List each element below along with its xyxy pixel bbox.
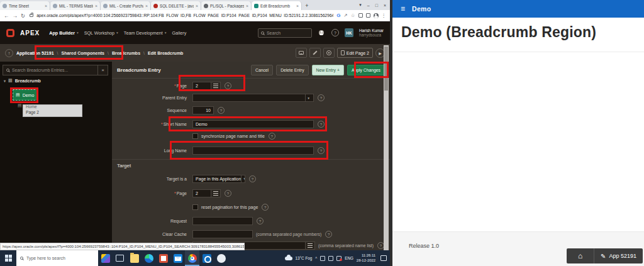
help-icon[interactable]: ?	[318, 94, 325, 101]
action-center-icon[interactable]	[380, 255, 387, 261]
clear-cache-input[interactable]	[192, 230, 253, 238]
theme-roller-icon[interactable]	[309, 48, 321, 58]
close-icon[interactable]: ×	[45, 4, 47, 8]
tree-node-demo-selected[interactable]: ▤ Demo	[13, 89, 38, 101]
chrome-button[interactable]	[185, 250, 199, 266]
app-button[interactable]	[214, 250, 228, 266]
menu-sql-workshop[interactable]: SQL Workshop▾	[84, 30, 118, 36]
tree-expand-icon[interactable]: ▾	[4, 79, 6, 83]
target-page-input[interactable]: 2	[192, 189, 211, 197]
side-panel-icon[interactable]	[366, 13, 370, 18]
start-button[interactable]	[0, 250, 16, 266]
tree-node-home[interactable]: ▤	[18, 103, 22, 108]
ink-workspace-button[interactable]	[98, 250, 113, 266]
menu-team-development[interactable]: Team Development▾	[124, 30, 167, 36]
close-window-button[interactable]: ×	[384, 3, 386, 8]
mail-button[interactable]	[170, 250, 185, 266]
clear-search-button[interactable]: ×	[97, 65, 108, 75]
tab-create-purchase[interactable]: MIL - Create Purchas...×	[101, 1, 151, 10]
breadcrumb-breadcrumbs[interactable]: Breadcrumbs	[112, 51, 140, 55]
feedback-icon[interactable]	[296, 48, 307, 58]
tab-sql-delete[interactable]: SQL DELETE - javatpo...×	[151, 1, 201, 10]
avatar[interactable]: HK	[345, 28, 353, 37]
home-button[interactable]: ⌂	[567, 248, 594, 263]
tab-time-sheet[interactable]: Time Sheet×	[0, 1, 50, 10]
google-icon[interactable]: G	[336, 13, 340, 18]
clock[interactable]: 11:26:1128-12-2022	[357, 253, 375, 262]
file-explorer-button[interactable]	[127, 250, 142, 266]
help-icon[interactable]: ?	[249, 175, 256, 182]
page-lov-icon[interactable]	[211, 82, 221, 90]
scrollbar-thumb[interactable]	[384, 47, 388, 91]
target-is-a-select[interactable]: Page in this Application▾	[192, 175, 245, 183]
new-entry-button[interactable]: New Entry+	[312, 65, 344, 75]
help-icon[interactable]: ?	[325, 231, 332, 238]
close-icon[interactable]: ×	[246, 4, 248, 8]
minimize-button[interactable]: –	[367, 3, 370, 8]
help-icon[interactable]: ?	[269, 133, 275, 140]
profile-icon[interactable]	[374, 13, 379, 18]
delete-entry-button[interactable]: Delete Entry	[276, 65, 308, 75]
store-button[interactable]	[156, 250, 170, 266]
edit-app-button[interactable]: ✎App 52191	[594, 248, 643, 263]
outlook-button[interactable]	[199, 250, 214, 266]
help-icon[interactable]: ?	[225, 190, 231, 197]
close-icon[interactable]: ×	[145, 4, 148, 8]
language-indicator[interactable]: ENG	[345, 256, 353, 260]
target-page-lov-icon[interactable]	[211, 189, 221, 197]
reset-pagination-checkbox[interactable]	[192, 204, 198, 210]
menu-app-builder[interactable]: App Builder▾	[49, 30, 79, 36]
task-view-button[interactable]	[113, 250, 127, 266]
tree-node-breadcrumb[interactable]: ▾ ▤ Breadcrumb	[4, 78, 41, 83]
parent-entry-select[interactable]: ▾	[192, 94, 314, 102]
cancel-button[interactable]: Cancel	[251, 65, 273, 75]
close-icon[interactable]: ×	[95, 4, 97, 8]
url-text[interactable]: apex.oracle.com/pls/apex/f?p=4000:104:25…	[36, 13, 333, 18]
taskbar-search-input[interactable]: Type here to search	[16, 250, 98, 266]
weather-text[interactable]: 13°C Fog	[296, 256, 313, 260]
close-icon[interactable]: ×	[296, 4, 299, 8]
vertical-scrollbar[interactable]	[384, 45, 389, 250]
tab-search-icon[interactable]: ▾	[359, 3, 362, 8]
page-input[interactable]: 2	[192, 82, 211, 90]
tab-terms-master[interactable]: MIL - TERMS Master×	[50, 1, 101, 10]
extensions-icon[interactable]	[358, 13, 363, 18]
maximize-button[interactable]: □	[375, 3, 378, 8]
help-icon[interactable]: ?	[318, 121, 325, 128]
hamburger-menu-icon[interactable]: ≡	[401, 5, 405, 13]
apply-changes-button[interactable]: Apply Changes	[347, 65, 385, 75]
new-tab-button[interactable]: +	[302, 3, 312, 10]
network-icon[interactable]	[328, 256, 333, 261]
close-icon[interactable]: ×	[196, 4, 198, 8]
tab-plsql-packages[interactable]: PL/SQL - Packages×	[201, 1, 252, 10]
shortcuts-icon[interactable]	[323, 48, 335, 58]
sequence-input[interactable]: 10	[192, 106, 214, 114]
menu-gallery[interactable]: Gallery	[172, 30, 187, 36]
tray-expand-icon[interactable]: ^	[315, 256, 317, 260]
help-icon[interactable]: ?	[331, 29, 339, 36]
admin-icon[interactable]	[318, 29, 326, 37]
help-icon[interactable]: ?	[318, 147, 325, 154]
request-input[interactable]	[192, 217, 253, 225]
reload-icon[interactable]: ↻	[21, 13, 25, 19]
short-name-input[interactable]: Demo	[192, 120, 314, 128]
edge-button[interactable]	[142, 250, 156, 266]
forward-icon[interactable]: →	[13, 13, 18, 19]
breadcrumb-shared-components[interactable]: Shared Components	[61, 51, 104, 55]
up-icon[interactable]: ↑	[5, 49, 13, 57]
help-icon[interactable]: ?	[262, 204, 269, 211]
help-icon[interactable]: ?	[225, 82, 231, 89]
bookmark-star-icon[interactable]: ☆	[351, 13, 355, 18]
header-search-input[interactable]: Search	[258, 28, 312, 38]
onedrive-icon[interactable]	[320, 256, 325, 261]
menu-dots-icon[interactable]: ⋮	[382, 13, 387, 18]
volume-muted-icon[interactable]	[336, 256, 341, 261]
breadcrumb-app[interactable]: Application 52191	[16, 51, 54, 55]
back-icon[interactable]: ←	[4, 13, 9, 19]
edit-page-button[interactable]: Edit Page 2	[337, 48, 373, 58]
long-name-input[interactable]	[192, 147, 314, 155]
help-icon[interactable]: ?	[257, 218, 264, 224]
share-icon[interactable]: ↗	[343, 13, 347, 18]
tab-edit-breadcrumb[interactable]: Edit Breadcrumb×	[252, 1, 302, 10]
help-icon[interactable]: ?	[218, 107, 225, 114]
